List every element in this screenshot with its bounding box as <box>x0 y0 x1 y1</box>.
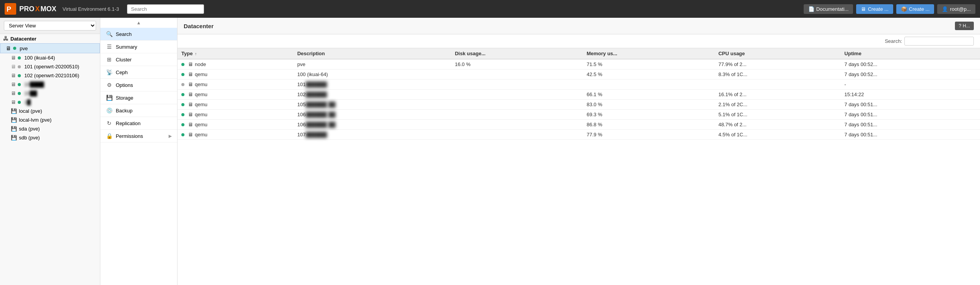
vm-status-105 <box>18 83 21 86</box>
permissions-icon: 🔒 <box>106 133 113 139</box>
sidebar-item-101[interactable]: 🖥 101 (openwrt-20200510) <box>0 62 100 71</box>
nav-item-permissions[interactable]: 🔒 Permissions ▶ <box>100 130 177 142</box>
cell-cpu: 77.9% of 2... <box>715 59 841 70</box>
vm-icon-106: 🖥 <box>11 90 16 96</box>
vm-icon-105: 🖥 <box>11 81 16 87</box>
content-header: Datacenter ? H... <box>177 18 980 34</box>
sidebar-item-102[interactable]: 🖥 102 (openwrt-20210106) <box>0 71 100 80</box>
sidebar-item-pve[interactable]: 🖥 pve <box>0 43 100 53</box>
svg-text:P: P <box>7 5 11 13</box>
cell-memory: 69.3 % <box>583 110 714 120</box>
cell-description: 106██████ ██ <box>293 120 451 130</box>
documentation-button[interactable]: 📄 Documentati... <box>804 4 853 14</box>
blurred-desc: ██████ <box>306 132 327 137</box>
storage-label-local: local (pve) <box>19 108 42 114</box>
cell-type: 🖥qemu <box>177 110 293 120</box>
nav-item-ceph[interactable]: 📡 Ceph <box>100 66 177 79</box>
ceph-icon: 📡 <box>106 69 113 75</box>
table-row[interactable]: 🖥qemu102██████66.1 %16.1% of 2...15:14:2… <box>177 90 980 100</box>
cell-type: 🖥qemu <box>177 120 293 130</box>
cell-disk <box>451 70 583 80</box>
row-type-icon: 🖥 <box>188 122 193 127</box>
blurred-desc: ██████ <box>306 81 327 87</box>
sidebar-item-10x[interactable]: 🖥 1█ <box>0 98 100 107</box>
create-vm-button[interactable]: 🖥 Create ... <box>856 4 893 14</box>
col-type-label: Type <box>181 51 193 56</box>
cell-type: 🖥qemu <box>177 70 293 80</box>
table-scroll[interactable]: Type ↑ Description Disk usage... Memory … <box>177 48 980 285</box>
cell-description: pve <box>293 59 451 70</box>
nav-item-cluster[interactable]: ⊞ Cluster <box>100 53 177 66</box>
col-disk-label: Disk usage... <box>455 51 485 56</box>
row-status-dot <box>181 103 184 106</box>
nav-cluster-label: Cluster <box>116 57 172 63</box>
cell-description: 106██████ ██ <box>293 110 451 120</box>
vm-icon-102: 🖥 <box>11 73 16 78</box>
sidebar-item-local[interactable]: 💾 local (pve) <box>0 107 100 115</box>
cell-type: 🖥qemu <box>177 80 293 90</box>
sidebar-item-106[interactable]: 🖥 10██ <box>0 89 100 98</box>
nav-permissions-label: Permissions <box>116 133 166 139</box>
storage-icon: 💾 <box>106 95 113 101</box>
summary-icon: ☰ <box>106 44 113 50</box>
user-button[interactable]: 👤 root@p... <box>937 4 975 14</box>
col-type[interactable]: Type ↑ <box>177 48 293 59</box>
nav-item-replication[interactable]: ↻ Replication <box>100 117 177 130</box>
row-type-label: qemu <box>195 92 208 97</box>
backup-icon: 💿 <box>106 107 113 114</box>
storage-icon-local: 💾 <box>11 108 17 114</box>
sidebar-item-100[interactable]: 🖥 100 (ikuai-64) <box>0 53 100 62</box>
sidebar-item-local-lvm[interactable]: 💾 local-lvm (pve) <box>0 115 100 124</box>
table-row[interactable]: 🖥qemu101██████- <box>177 80 980 90</box>
table-row[interactable]: 🖥qemu107██████77.9 %4.5% of 1C...7 days … <box>177 130 980 140</box>
col-uptime-label: Uptime <box>845 51 862 56</box>
nav-item-options[interactable]: ⚙ Options <box>100 79 177 92</box>
col-cpu[interactable]: CPU usage <box>715 48 841 59</box>
col-memory[interactable]: Memory us... <box>583 48 714 59</box>
help-icon: ? <box>959 23 961 29</box>
vm-icon-10x: 🖥 <box>11 99 16 105</box>
cell-memory: 86.8 % <box>583 120 714 130</box>
table-search-input[interactable] <box>904 37 974 46</box>
create-ct-button[interactable]: 📦 Create ... <box>896 4 934 14</box>
nav-item-backup[interactable]: 💿 Backup <box>100 104 177 117</box>
row-type-icon: 🖥 <box>188 71 193 77</box>
table-row[interactable]: 🖥nodepve16.0 %71.5 %77.9% of 2...7 days … <box>177 59 980 70</box>
cluster-icon: ⊞ <box>106 56 113 63</box>
doc-icon: 📄 <box>808 6 814 12</box>
table-row[interactable]: 🖥qemu106██████ ██ 86.8 %48.7% of 2...7 d… <box>177 120 980 130</box>
col-uptime[interactable]: Uptime <box>841 48 980 59</box>
row-status-dot <box>181 73 184 76</box>
table-row[interactable]: 🖥qemu105██████ ██ 83.0 %2.1% of 2C...7 d… <box>177 100 980 110</box>
cell-cpu: 8.3% of 1C... <box>715 70 841 80</box>
row-status-dot <box>181 83 184 86</box>
collapse-arrow[interactable]: ▲ <box>100 18 177 28</box>
doc-label: Documentati... <box>816 6 849 12</box>
nav-item-storage[interactable]: 💾 Storage <box>100 92 177 104</box>
storage-label-sdb: sdb (pve) <box>19 135 40 141</box>
table-row[interactable]: 🖥qemu106██████ ██ 69.3 %5.1% of 1C...7 d… <box>177 110 980 120</box>
vm-status-106 <box>18 92 21 95</box>
row-type-icon: 🖥 <box>188 102 193 107</box>
col-description[interactable]: Description <box>293 48 451 59</box>
col-disk[interactable]: Disk usage... <box>451 48 583 59</box>
table-row[interactable]: 🖥qemu100 (ikuai-64)42.5 %8.3% of 1C...7 … <box>177 70 980 80</box>
cell-memory: 42.5 % <box>583 70 714 80</box>
sidebar-item-105[interactable]: 🖥 10████ <box>0 80 100 89</box>
nav-item-search[interactable]: 🔍 Search <box>100 28 177 41</box>
nav-options-label: Options <box>116 82 172 88</box>
user-icon: 👤 <box>942 6 948 12</box>
header-search-input[interactable] <box>127 4 204 14</box>
sidebar: Server View 🖧 Datacenter 🖥 pve 🖥 100 (ik… <box>0 18 100 285</box>
help-button[interactable]: ? H... <box>955 22 974 30</box>
vm-label-101: 101 (openwrt-20200510) <box>24 64 79 70</box>
user-label: root@p... <box>950 6 971 12</box>
server-view-dropdown[interactable]: Server View <box>4 21 96 31</box>
vm-label-10x: 1█ <box>24 99 30 105</box>
nav-item-summary[interactable]: ☰ Summary <box>100 41 177 53</box>
blurred-desc: ██████ <box>306 122 327 127</box>
sidebar-item-sda[interactable]: 💾 sda (pve) <box>0 124 100 133</box>
sidebar-item-datacenter[interactable]: 🖧 Datacenter <box>0 34 100 43</box>
cell-disk <box>451 130 583 140</box>
sidebar-item-sdb[interactable]: 💾 sdb (pve) <box>0 133 100 142</box>
